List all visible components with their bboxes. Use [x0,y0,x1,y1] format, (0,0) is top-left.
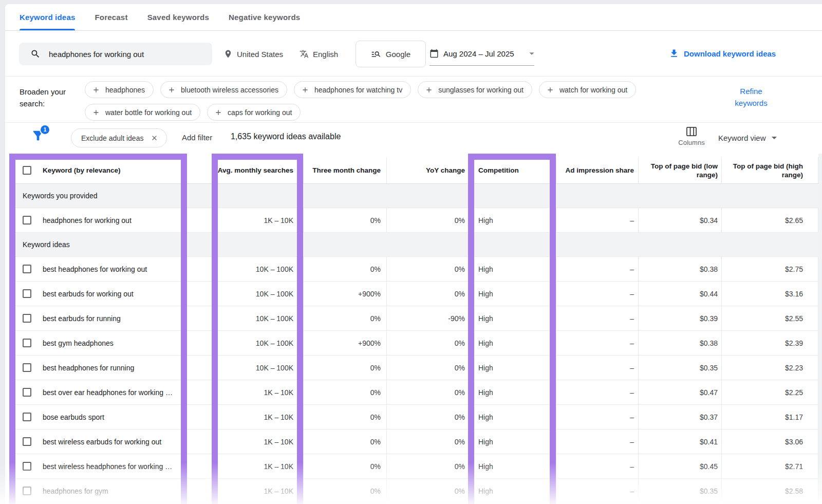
row-checkbox[interactable] [23,437,31,446]
top-of-page-bid-low-cell: $0.38 [638,257,721,281]
top-of-page-bid-low-cell: $0.37 [638,405,721,429]
header-keyword[interactable]: Keyword (by relevance) [43,166,121,175]
table-right-gutter [818,154,822,504]
keyword-view-selector[interactable]: Keyword view [718,132,780,144]
row-checkbox[interactable] [23,462,31,471]
competition-cell: High [473,282,556,306]
table-row: best earbuds for running10K – 100K0%-90%… [9,306,818,331]
tab-forecast[interactable]: Forecast [95,4,127,30]
row-spacer [188,479,212,503]
broaden-chip[interactable]: headphones for watching tv [294,81,411,98]
avg-monthly-searches-cell: 10K – 100K [212,306,303,330]
yoy-change-cell: 0% [386,405,473,429]
language-selector[interactable]: English [300,49,338,59]
broaden-chip[interactable]: bluetooth wireless accessories [160,81,287,98]
row-checkbox[interactable] [23,339,31,347]
search-network-icon [371,49,381,59]
ad-impression-share-cell: – [556,257,638,281]
exclude-adult-ideas-chip[interactable]: Exclude adult ideas [71,128,167,147]
competition-cell: High [473,454,556,478]
ad-impression-share-cell: – [556,208,638,232]
broaden-chip[interactable]: caps for working out [207,104,301,121]
broaden-chip[interactable]: water bottle for working out [85,104,200,121]
header-top-of-page-bid-high[interactable]: Top of page bid (highrange) [721,157,818,183]
close-icon[interactable] [151,134,158,142]
broaden-chip[interactable]: headphones [85,81,154,98]
table-row: bose earbuds sport1K – 10K0%0%High–$0.37… [9,405,818,430]
ad-impression-share-cell: – [556,306,638,330]
three-month-change-cell: 0% [303,405,386,429]
table-row: best headphones for running10K – 100K0%0… [9,356,818,380]
location-selector[interactable]: United States [223,49,283,59]
network-selector[interactable]: Google [356,41,426,67]
yoy-change-cell: 0% [386,430,473,454]
tab-saved-keywords[interactable]: Saved keywords [147,4,209,30]
row-checkbox[interactable] [23,265,31,273]
row-checkbox[interactable] [23,289,31,298]
competition-cell: High [473,380,556,404]
date-range-selector[interactable]: Aug 2024 – Jul 2025 [429,48,537,59]
add-filter-button[interactable]: Add filter [182,133,212,142]
row-checkbox[interactable] [23,388,31,397]
three-month-change-cell: 0% [303,257,386,281]
top-of-page-bid-low-cell: $0.39 [638,306,721,330]
top-of-page-bid-low-cell: $0.44 [638,282,721,306]
table-row: best gym headphones10K – 100K+900%0%High… [9,331,818,356]
row-checkbox[interactable] [23,216,31,225]
row-spacer [188,356,212,380]
results-count-text: 1,635 keyword ideas available [231,132,341,141]
keyword-cell: best gym headphones [43,339,114,347]
competition-cell: High [473,331,556,355]
row-spacer [188,380,212,404]
yoy-change-cell: 0% [386,380,473,404]
row-checkbox[interactable] [23,487,31,495]
competition-cell: High [473,356,556,380]
tab-keyword-ideas[interactable]: Keyword ideas [20,4,75,30]
chip-label: bluetooth wireless accessories [181,86,278,94]
header-top-of-page-bid-low[interactable]: Top of page bid (lowrange) [638,157,721,183]
row-spacer [188,282,212,306]
broaden-chip[interactable]: watch for working out [539,81,636,98]
yoy-change-cell: -90% [386,306,473,330]
top-of-page-bid-high-cell: $2.55 [721,306,818,330]
select-all-checkbox[interactable] [23,166,31,175]
top-of-page-bid-high-cell: $2.25 [721,380,818,404]
translate-icon [300,49,309,59]
date-caret-icon [526,48,537,59]
plus-icon [301,86,309,94]
header-three-month-change[interactable]: Three month change [303,157,386,183]
top-of-page-bid-low-cell: $0.38 [638,331,721,355]
avg-monthly-searches-cell: 1K – 10K [212,479,303,503]
row-spacer [188,331,212,355]
yoy-change-cell: 0% [386,282,473,306]
keyword-cell: best over ear headphones for working … [43,388,173,397]
columns-icon [686,126,697,137]
tab-negative-keywords[interactable]: Negative keywords [229,4,300,30]
plus-icon [214,108,222,117]
header-competition[interactable]: Competition [473,157,556,183]
download-keyword-ideas-link[interactable]: Download keyword ideas [669,48,776,59]
ad-impression-share-cell: – [556,356,638,380]
chip-label: caps for working out [228,108,292,117]
header-avg-monthly-searches[interactable]: Avg. monthly searches [212,157,303,183]
avg-monthly-searches-cell: 10K – 100K [212,331,303,355]
row-checkbox[interactable] [23,363,31,372]
filter-button[interactable]: 1 [31,128,48,146]
broaden-chip[interactable]: sunglasses for working out [418,81,532,98]
header-ad-impression-share[interactable]: Ad impression share [556,157,638,183]
row-checkbox[interactable] [23,314,31,323]
table-row: best earbuds for working out10K – 100K+9… [9,282,818,306]
keyword-search-box[interactable] [19,43,212,65]
header-yoy-change[interactable]: YoY change [386,157,473,183]
language-label: English [313,50,338,59]
columns-button[interactable]: Columns [676,126,707,146]
header-spacer [188,157,212,183]
refine-keywords-link[interactable]: Refine keywords [725,85,777,109]
yoy-change-cell: 0% [386,257,473,281]
ad-impression-share-cell: – [556,405,638,429]
search-input[interactable] [49,50,205,59]
row-spacer [188,430,212,454]
three-month-change-cell: 0% [303,380,386,404]
row-checkbox[interactable] [23,413,31,421]
avg-monthly-searches-cell: 10K – 100K [212,282,303,306]
